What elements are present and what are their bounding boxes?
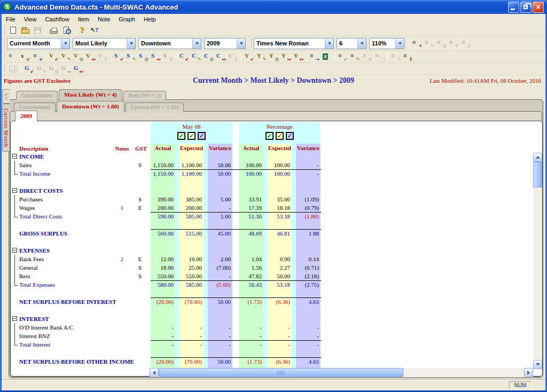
value-cell[interactable]: 50.00 [208,169,232,178]
font-size-combobox[interactable]: 6 [337,38,366,49]
menu-item[interactable]: Item [74,15,93,23]
dropdown-arrow-icon[interactable] [127,38,135,49]
dropdown-arrow-icon[interactable] [325,38,333,49]
value-cell[interactable]: 50.00 [208,297,232,306]
value-cell[interactable]: 18.00 [151,263,175,272]
branch-combobox[interactable]: Downtown [138,38,201,49]
value-cell[interactable]: 50.00 [268,272,292,280]
note-ref-cell[interactable]: 2 [110,255,134,263]
value-cell[interactable]: - [268,332,292,340]
value-cell[interactable]: 1,150.00 [151,161,175,169]
value-cell[interactable]: 1,100.00 [179,169,204,178]
value-cell[interactable]: - [296,161,321,169]
value-cell[interactable]: - [179,340,204,349]
values-edit-button[interactable]: V✎ [60,51,72,62]
graph-shift-button[interactable]: G↔ [72,64,84,75]
value-cell[interactable]: - [151,340,175,349]
value-cell[interactable]: 550.00 [151,272,175,280]
value-cell[interactable]: 10.00 [179,255,204,263]
dropdown-arrow-icon[interactable] [395,38,404,49]
value-cell[interactable]: 33.91 [239,195,263,203]
value-cell[interactable]: - [179,323,204,332]
value-cell[interactable]: (6.36) [268,357,292,366]
menu-view[interactable]: View [20,15,41,23]
year-move-button[interactable]: Y↔ [280,51,292,62]
toolbar-grip[interactable] [3,26,5,34]
value-cell[interactable]: - [179,332,204,340]
value-cell[interactable]: 200.00 [151,203,175,212]
expected-column-checkbox[interactable]: ✓ [276,132,284,140]
costs-move-button[interactable]: C↔ [215,51,227,62]
tab-scenario-best-wt-2[interactable]: Best (Wt = 2) [123,91,166,100]
value-cell[interactable]: (7.00) [208,263,232,272]
value-cell[interactable]: - [268,340,292,349]
value-cell[interactable]: - [239,340,263,349]
value-cell[interactable]: - [208,323,232,332]
context-help-button[interactable]: ↖? [88,25,100,36]
scenario-combobox[interactable]: Most Likely [73,38,136,49]
sales-clear-button[interactable]: S⊘ [137,51,150,62]
value-cell[interactable]: 2.27 [268,263,292,272]
toolbar-grip[interactable] [3,38,5,48]
value-cell[interactable]: (5.00) [208,280,232,289]
value-cell[interactable]: 0.90 [268,255,292,263]
open-file-button[interactable] [19,25,32,36]
costs-edit-button[interactable]: C✎ [190,51,202,62]
menu-cashflow[interactable]: Cashflow [41,15,73,23]
value-cell[interactable]: 47.82 [239,272,263,280]
value-cell[interactable]: 560.00 [151,229,175,238]
scroll-left-button[interactable] [150,368,159,377]
actual-column-checkbox[interactable]: ✓ [177,132,185,140]
value-cell[interactable]: 0.14 [296,255,321,263]
value-cell[interactable]: 45.00 [208,229,232,238]
value-cell[interactable]: - [208,203,232,212]
notes-edit-button[interactable]: ≡✎ [349,51,361,62]
value-cell[interactable]: (1.88) [296,212,321,221]
dropdown-arrow-icon[interactable] [192,38,201,49]
value-cell[interactable]: (2.75) [296,280,321,289]
value-cell[interactable]: 25.00 [179,263,204,272]
tree-collapse-icon[interactable] [12,154,17,159]
value-cell[interactable]: 200.00 [179,203,204,212]
value-cell[interactable]: - [208,272,232,280]
value-cell[interactable]: (1.73) [239,357,263,366]
value-cell[interactable]: 100.00 [239,161,263,169]
variance-column-checkbox[interactable]: ✓ [286,132,294,140]
value-cell[interactable]: 35.00 [268,195,292,203]
period-combobox[interactable]: Current Month [7,38,70,49]
value-cell[interactable]: 590.00 [151,212,175,221]
value-cell[interactable]: (70.00) [179,357,204,366]
tree-collapse-icon[interactable] [12,188,17,193]
value-cell[interactable]: - [296,340,321,349]
value-cell[interactable]: 385.00 [179,195,204,203]
enter-actuals-button[interactable]: x↙ [19,51,32,62]
value-cell[interactable]: (1.73) [239,297,263,306]
value-cell[interactable]: (20.00) [151,357,175,366]
value-cell[interactable]: 390.00 [151,195,175,203]
value-cell[interactable]: 580.00 [151,280,175,289]
dropdown-arrow-icon[interactable] [237,38,245,49]
value-cell[interactable]: 53.18 [268,280,292,289]
graph-enter-button[interactable]: G↙ [23,64,35,75]
value-cell[interactable]: 550.00 [179,272,204,280]
value-cell[interactable]: - [151,323,175,332]
value-cell[interactable]: - [239,323,263,332]
new-file-button[interactable] [7,25,19,36]
font-combobox[interactable]: Times New Roman [254,38,334,49]
values-clear-button[interactable]: V⊘ [72,51,84,62]
zoom-combobox[interactable]: 110% [369,38,404,49]
toolbar-grip[interactable] [3,65,5,73]
value-cell[interactable]: 4.63 [296,357,321,366]
value-cell[interactable]: (0.71) [296,263,321,272]
restore-button[interactable] [520,2,532,13]
tree-collapse-icon[interactable] [12,316,17,321]
value-cell[interactable]: (1.09) [296,195,321,203]
value-cell[interactable]: 1,100.00 [179,161,204,169]
print-button[interactable] [48,25,60,36]
notes-reorder-button[interactable]: ≡↕ [402,51,414,62]
value-cell[interactable]: 50.00 [208,161,232,169]
value-cell[interactable]: (70.00) [179,297,204,306]
minimize-button[interactable] [508,2,519,13]
value-cell[interactable]: 1.88 [296,229,321,238]
add-item-button[interactable]: ≡+ [32,51,44,62]
